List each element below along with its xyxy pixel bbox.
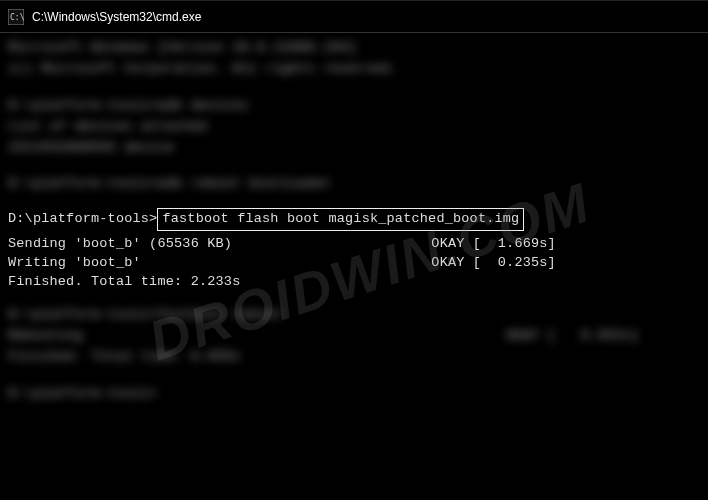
output-line: Finished. Total time: 2.233s <box>8 273 700 292</box>
blurred-line: D:\platform-tools>fastboot reboot <box>8 306 700 325</box>
command-line: D:\platform-tools>fastboot flash boot ma… <box>8 208 700 231</box>
console-area: Microsoft Windows [Version 10.0.22000.19… <box>0 33 708 409</box>
blurred-line: Finished. Total time: 0.059s <box>8 348 700 367</box>
window-title: C:\Windows\System32\cmd.exe <box>32 10 201 24</box>
highlighted-command: fastboot flash boot magisk_patched_boot.… <box>157 208 524 231</box>
prompt: D:\platform-tools> <box>8 211 157 226</box>
blurred-line: Rebooting OKAY [ 0.053s] <box>8 327 700 346</box>
blurred-line: (c) Microsoft Corporation. All rights re… <box>8 60 700 79</box>
blurred-line: D:\platform-tools>adb reboot bootloader <box>8 175 700 194</box>
fastboot-output-block: D:\platform-tools>fastboot flash boot ma… <box>8 208 700 292</box>
output-line: Writing 'boot_b' OKAY [ 0.235s] <box>8 254 700 273</box>
blurred-line: List of devices attached <box>8 118 700 137</box>
blurred-line: D:\platform-tools>adb devices <box>8 97 700 116</box>
svg-text:C:\: C:\ <box>10 13 24 22</box>
output-line: Sending 'boot_b' (65536 KB) OKAY [ 1.669… <box>8 235 700 254</box>
window-titlebar: C:\ C:\Windows\System32\cmd.exe <box>0 1 708 33</box>
blurred-line: 1521932800555 device <box>8 139 700 158</box>
blurred-line: D:\platform-tools> <box>8 385 700 404</box>
cmd-icon: C:\ <box>8 9 24 25</box>
blurred-line: Microsoft Windows [Version 10.0.22000.19… <box>8 39 700 58</box>
